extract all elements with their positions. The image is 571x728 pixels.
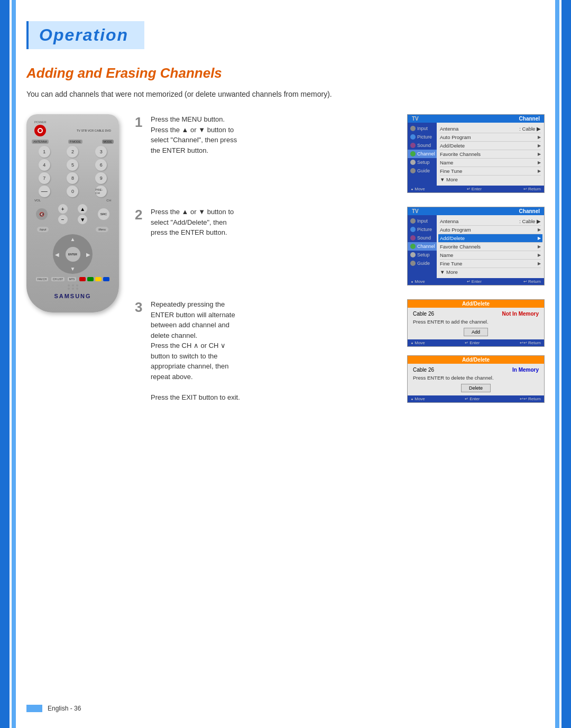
num-btn-1[interactable]: 1	[39, 146, 50, 158]
step-2-block: 2 Press the ▲ or ▼ button to select "Add…	[135, 207, 545, 290]
num-row-4: — 0 PRE-CH	[32, 186, 114, 197]
cable-num-add: Cable 26	[413, 311, 434, 317]
sidebar-sound-2: Sound	[408, 234, 437, 242]
right-accent-primary	[561, 0, 571, 728]
mts-button[interactable]: MTS	[68, 277, 77, 281]
ch-controls: ▲ ▼	[78, 204, 87, 224]
num-btn-3[interactable]: 3	[95, 146, 107, 158]
step-2-text: Press the ▲ or ▼ button to select "Add/D…	[151, 207, 402, 238]
antenna-button[interactable]: ANTENNA	[32, 140, 49, 144]
step-3-number: 3	[135, 300, 145, 314]
add-delete-body-delete: Cable 26 In Memory Press ENTER to delete…	[408, 364, 544, 395]
num-btn-8[interactable]: 8	[67, 172, 78, 184]
enter-button[interactable]: ENTER	[66, 247, 80, 262]
power-label: POWER	[34, 121, 114, 124]
remote-control: POWER TV STB VCR CABLE DVD ANTENNA P.MOD…	[26, 114, 119, 312]
input-icon	[410, 126, 416, 131]
pmode-button[interactable]: P.MODE	[68, 140, 82, 144]
add-button[interactable]: Add	[464, 328, 488, 336]
tv-footer-1: ⬥ Move ↵ Enter ↩ Return	[408, 186, 544, 192]
num-btn-2[interactable]: 2	[67, 146, 78, 158]
not-in-memory-status: Not In Memory	[502, 311, 539, 317]
menu-more-2: ▼ More	[440, 268, 541, 276]
sidebar-sound-1: Sound	[408, 141, 437, 150]
remote-container: POWER TV STB VCR CABLE DVD ANTENNA P.MOD…	[26, 114, 124, 312]
nav-right-arrow[interactable]: ▶	[86, 251, 90, 257]
right-accent-secondary	[555, 0, 559, 728]
dot	[68, 284, 70, 287]
vol-up-button[interactable]: +	[58, 204, 68, 214]
vol-ch-row: VOL CH	[32, 199, 114, 202]
num-btn-prech[interactable]: PRE-CH	[95, 186, 107, 197]
input-icon-2	[410, 218, 416, 224]
add-footer: ⬥ Move ↵ Enter ↩↩ Return	[408, 339, 544, 346]
source-button[interactable]: SRC	[98, 208, 109, 220]
nav-left-arrow[interactable]: ◀	[55, 251, 59, 257]
num-btn-dash[interactable]: —	[39, 186, 50, 197]
sidebar-picture-1: Picture	[408, 133, 437, 141]
add-delete-screen-add: Add/Delete Cable 26 Not In Memory Press …	[407, 299, 545, 347]
step-3-text: Repeatedly pressing the ENTER button wil…	[151, 299, 402, 402]
mode-button[interactable]: MODE	[102, 140, 114, 144]
delete-button-row: Delete	[413, 384, 539, 392]
num-btn-9[interactable]: 9	[95, 172, 107, 184]
ch-label: CH	[106, 199, 111, 202]
tv-footer-2: ⬥ Move ↵ Enter ↩ Return	[408, 278, 544, 285]
page-footer: English - 36	[26, 705, 545, 712]
mute-button[interactable]: 🔇	[36, 208, 48, 220]
sidebar-guide-2: Guide	[408, 259, 437, 268]
blue-button[interactable]	[103, 277, 109, 281]
cable-num-delete: Cable 26	[413, 367, 434, 373]
ch-list-button[interactable]: CH LIST	[51, 277, 65, 281]
num-btn-6[interactable]: 6	[95, 159, 107, 171]
ch-down-button[interactable]: ▼	[78, 215, 87, 224]
sidebar-picture-2: Picture	[408, 225, 437, 234]
channel-icon	[410, 151, 416, 156]
input-button[interactable]: Input	[37, 227, 49, 232]
add-button-row: Add	[413, 328, 539, 336]
num-btn-5[interactable]: 5	[67, 159, 78, 171]
num-btn-4[interactable]: 4	[39, 159, 50, 171]
menu-more-1: ▼ More	[440, 176, 541, 183]
page-title: Operation	[39, 25, 128, 44]
speaker-dots	[32, 284, 114, 290]
ch-up-button[interactable]: ▲	[78, 204, 87, 214]
fav-ch-button[interactable]: FAV.CH	[36, 277, 48, 281]
menu-name-2: Name ▶	[440, 251, 541, 260]
num-row-2: 4 5 6	[32, 159, 114, 171]
intro-text: You can add channels that were not memor…	[26, 90, 545, 98]
guide-icon	[410, 168, 416, 173]
dot	[72, 284, 74, 287]
menu-favorite-1: Favorite Channels ▶	[440, 150, 541, 159]
sound-icon-2	[410, 235, 416, 241]
yellow-button[interactable]	[95, 277, 102, 281]
num-row-3: 7 8 9	[32, 172, 114, 184]
nav-down-arrow[interactable]: ▼	[70, 266, 76, 272]
add-delete-screen-delete: Add/Delete Cable 26 In Memory Press ENTE…	[407, 355, 545, 403]
nav-up-arrow[interactable]: ▲	[70, 236, 76, 242]
power-button[interactable]	[34, 125, 46, 136]
guide-icon-2	[410, 261, 416, 266]
vol-down-button[interactable]: −	[58, 215, 68, 224]
footer-page-number: English - 36	[48, 705, 81, 712]
left-accent-secondary	[12, 0, 16, 728]
green-button[interactable]	[87, 277, 94, 281]
tv-screen-1: TV Channel Input Pic	[407, 114, 545, 193]
menu-favorite-2: Favorite Channels ▶	[440, 243, 541, 251]
menu-finetune-1: Fine Tune ▶	[440, 167, 541, 176]
num-btn-0[interactable]: 0	[67, 186, 78, 197]
picture-icon	[410, 134, 416, 140]
vol-controls: + −	[58, 204, 68, 224]
content-layout: POWER TV STB VCR CABLE DVD ANTENNA P.MOD…	[26, 114, 545, 417]
bottom-buttons: FAV.CH CH LIST MTS	[32, 277, 114, 281]
channel-icon-2	[410, 244, 416, 249]
delete-button[interactable]: Delete	[461, 384, 491, 392]
menu-name-1: Name ▶	[440, 159, 541, 167]
dot	[76, 288, 78, 290]
add-delete-body-add: Cable 26 Not In Memory Press ENTER to ad…	[408, 308, 544, 339]
section-title: Adding and Erasing Channels	[26, 65, 545, 81]
red-button[interactable]	[79, 277, 86, 281]
sidebar-channel-1: Channel	[408, 150, 437, 158]
num-btn-7[interactable]: 7	[39, 172, 50, 184]
menu-button[interactable]: Menu	[96, 227, 108, 232]
